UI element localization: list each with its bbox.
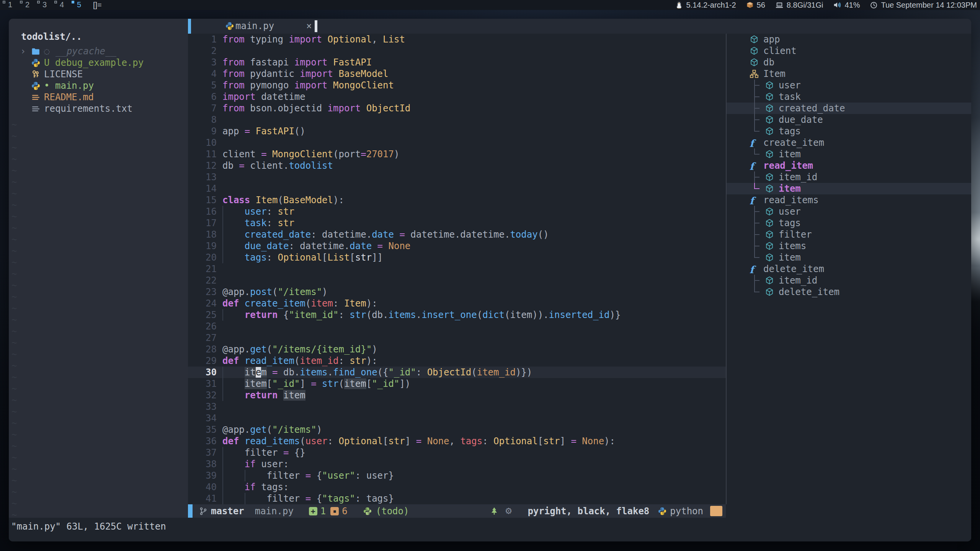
code-line-32[interactable]: 32 return item [188, 390, 726, 401]
code-line-15[interactable]: 15class Item(BaseModel): [188, 194, 726, 206]
outline-symbol-filter[interactable]: filter [727, 229, 971, 240]
empty-line-tilde: ~ [11, 234, 17, 245]
code-line-27[interactable]: 27 [188, 332, 726, 344]
workspace-tag-5[interactable]: 5 [71, 0, 88, 10]
tab-close-icon[interactable]: × [306, 20, 312, 32]
code-line-9[interactable]: 9app = FastAPI() [188, 126, 726, 137]
code-line-14[interactable]: 14 [188, 183, 726, 194]
code-line-31[interactable]: 31 item["_id"] = str(item["_id"]) [188, 378, 726, 390]
outline-symbol-Item[interactable]: Item [727, 68, 971, 80]
code-line-28[interactable]: 28@app.get("/items/{item_id}") [188, 344, 726, 355]
outline-symbol-item_id[interactable]: item_id [727, 275, 971, 286]
code-line-26[interactable]: 26 [188, 321, 726, 332]
code-line-24[interactable]: 24def create_item(item: Item): [188, 298, 726, 309]
line-number: 37 [188, 447, 217, 458]
line-number: 4 [188, 68, 217, 80]
code-line-34[interactable]: 34 [188, 412, 726, 424]
code-line-19[interactable]: 19 due_date: datetime.date = None [188, 240, 726, 252]
penguin-icon [675, 1, 683, 9]
outline-symbol-due_date[interactable]: due_date [727, 114, 971, 126]
code-line-4[interactable]: 4from pydantic import BaseModel [188, 68, 726, 80]
workspace-tag-2[interactable]: 2 [20, 0, 37, 10]
code-line-20[interactable]: 20 tags: Optional[List[str]] [188, 252, 726, 263]
outline-symbol-task[interactable]: task [727, 91, 971, 103]
outline-symbol-delete_item[interactable]: delete_item [727, 286, 971, 298]
code-line-23[interactable]: 23@app.post("/items") [188, 286, 726, 298]
outline-symbol-read_item[interactable]: fread_item [727, 160, 971, 171]
code-line-16[interactable]: 16 user: str [188, 206, 726, 217]
line-number: 12 [188, 160, 217, 171]
code-line-17[interactable]: 17 task: str [188, 217, 726, 229]
code-line-2[interactable]: 2 [188, 45, 726, 57]
code-line-5[interactable]: 5from pymongo import MongoClient [188, 80, 726, 91]
status-memory: 8.8Gi/31Gi [775, 1, 823, 10]
tree-root-header[interactable]: todolist/.. [21, 31, 82, 42]
code-line-13[interactable]: 13 [188, 171, 726, 183]
outline-symbol-delete_item[interactable]: fdelete_item [727, 263, 971, 275]
code-editor[interactable]: 1from typing import Optional, List23from… [188, 34, 726, 504]
workspace-tag-3[interactable]: 3 [37, 0, 54, 10]
code-line-25[interactable]: 25 return {"item_id": str(db.items.inser… [188, 309, 726, 321]
chevron-right-icon[interactable]: › [20, 46, 26, 57]
outline-symbol-created_date[interactable]: created_date [727, 103, 971, 114]
outline-symbol-app[interactable]: app [727, 34, 971, 45]
line-number: 16 [188, 206, 217, 217]
code-line-40[interactable]: 40 if tags: [188, 481, 726, 493]
txtlines-icon [31, 104, 41, 116]
tree-item-main.py[interactable]: •main.py [9, 80, 188, 91]
code-line-37[interactable]: 37 filter = {} [188, 447, 726, 458]
outline-symbol-tags[interactable]: tags [727, 217, 971, 229]
empty-line-tilde: ~ [11, 486, 17, 498]
code-line-21[interactable]: 21 [188, 263, 726, 275]
outline-symbol-item[interactable]: item [727, 183, 971, 194]
file-name: main.py [55, 80, 94, 91]
line-number: 38 [188, 458, 217, 470]
command-line[interactable]: "main.py" 63L, 1625C written [9, 518, 971, 541]
outline-symbol-item_id[interactable]: item_id [727, 171, 971, 183]
outline-symbol-tags[interactable]: tags [727, 126, 971, 137]
code-line-39[interactable]: 39 filter = {"user": user} [188, 470, 726, 481]
code-line-30[interactable]: 30 item = db.items.find_one({"_id": Obje… [188, 367, 726, 378]
git-branch-name[interactable]: master [211, 505, 244, 517]
empty-line-tilde: ~ [11, 199, 17, 211]
tree-item-README.md[interactable]: README.md [9, 91, 188, 103]
tree-item-__pycache__[interactable]: ›◌__pycache__ [9, 46, 188, 57]
code-line-10[interactable]: 10 [188, 137, 726, 148]
tab-label[interactable]: main.py [235, 20, 274, 32]
code-line-11[interactable]: 11client = MongoClient(port=27017) [188, 148, 726, 160]
outline-symbol-user[interactable]: user [727, 206, 971, 217]
code-line-7[interactable]: 7from bson.objectid import ObjectId [188, 103, 726, 114]
outline-symbol-create_item[interactable]: fcreate_item [727, 137, 971, 148]
code-line-38[interactable]: 38 if user: [188, 458, 726, 470]
empty-line-tilde: ~ [11, 211, 17, 222]
workspace-tag-1[interactable]: 1 [2, 0, 20, 10]
outline-symbol-items[interactable]: items [727, 240, 971, 252]
code-line-12[interactable]: 12db = client.todolist [188, 160, 726, 171]
tree-item-debug_example.py[interactable]: Udebug_example.py [9, 57, 188, 68]
outline-symbol-db[interactable]: db [727, 57, 971, 68]
tree-guide-tick [754, 292, 760, 292]
outline-symbol-client[interactable]: client [727, 45, 971, 57]
code-line-1[interactable]: 1from typing import Optional, List [188, 34, 726, 45]
code-line-35[interactable]: 35@app.get("/items") [188, 424, 726, 435]
code-line-33[interactable]: 33 [188, 401, 726, 412]
code-line-22[interactable]: 22 [188, 275, 726, 286]
code-line-36[interactable]: 36def read_items(user: Optional[str] = N… [188, 435, 726, 447]
outline-symbol-user[interactable]: user [727, 80, 971, 91]
outline-symbol-read_items[interactable]: fread_items [727, 194, 971, 206]
code-line-18[interactable]: 18 created_date: datetime.date = datetim… [188, 229, 726, 240]
outline-symbol-item[interactable]: item [727, 148, 971, 160]
tree-guide-tick [754, 131, 760, 132]
code-line-41[interactable]: 41 filter = {"tags": tags} [188, 493, 726, 504]
tree-item-LICENSE[interactable]: LICENSE [9, 68, 188, 80]
workspace-tag-4[interactable]: 4 [54, 0, 71, 10]
code-line-29[interactable]: 29def read_item(item_id: str): [188, 355, 726, 367]
status-package: 56 [746, 1, 765, 10]
tree-item-requirements.txt[interactable]: requirements.txt [9, 103, 188, 114]
code-line-6[interactable]: 6import datetime [188, 91, 726, 103]
code-line-3[interactable]: 3from fastapi import FastAPI [188, 57, 726, 68]
line-number: 9 [188, 126, 217, 137]
code-line-8[interactable]: 8 [188, 114, 726, 126]
outline-symbol-item[interactable]: item [727, 252, 971, 263]
package-icon [746, 1, 754, 9]
